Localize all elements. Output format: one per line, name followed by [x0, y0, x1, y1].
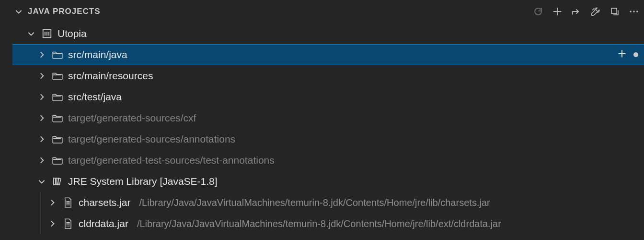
- jar-path: /Library/Java/JavaVirtualMachines/temuri…: [137, 218, 501, 229]
- folder-label: target/generated-sources/annotations: [68, 133, 235, 145]
- chevron-down-icon: [26, 29, 36, 38]
- svg-rect-5: [54, 178, 56, 185]
- folder-label: target/generated-sources/cxf: [68, 112, 196, 124]
- tools-icon[interactable]: [590, 6, 601, 17]
- folder-icon: [52, 133, 63, 145]
- svg-point-1: [630, 11, 632, 12]
- jar-name: cldrdata.jar: [79, 218, 128, 229]
- chevron-right-icon: [47, 198, 58, 207]
- source-folder[interactable]: target/generated-test-sources/test-annot…: [12, 150, 644, 171]
- jar-icon: [62, 197, 74, 208]
- jar-name: charsets.jar: [79, 197, 131, 208]
- folder-icon: [52, 70, 63, 82]
- source-folder[interactable]: src/test/java: [12, 86, 644, 108]
- project-icon: [41, 28, 53, 39]
- collapse-all-icon[interactable]: [610, 6, 620, 17]
- folder-icon: [52, 155, 63, 166]
- row-actions: [617, 49, 638, 61]
- chevron-right-icon: [36, 135, 47, 144]
- source-folder[interactable]: target/generated-sources/annotations: [12, 129, 644, 150]
- svg-rect-0: [611, 8, 617, 13]
- panel-title: JAVA PROJECTS: [28, 7, 101, 16]
- folder-icon: [52, 112, 63, 124]
- panel-header[interactable]: JAVA PROJECTS: [12, 0, 644, 23]
- project-name: Utopia: [58, 28, 87, 39]
- folder-label: src/test/java: [68, 91, 122, 103]
- project-tree: Utopia src/main/java src/main/resources: [12, 23, 644, 240]
- jar-path: /Library/Java/JavaVirtualMachines/temuri…: [139, 197, 490, 208]
- svg-point-2: [633, 11, 635, 12]
- modified-dot-icon: [633, 52, 638, 57]
- library-node[interactable]: JRE System Library [JavaSE-1.8]: [12, 171, 644, 192]
- panel-main: JAVA PROJECTS Utopia: [12, 0, 644, 240]
- folder-icon: [52, 91, 63, 103]
- add-icon[interactable]: [617, 49, 627, 61]
- activity-bar-gutter: [0, 0, 12, 240]
- jar-node[interactable]: charsets.jar /Library/Java/JavaVirtualMa…: [12, 192, 644, 213]
- folder-icon: [52, 49, 63, 60]
- export-icon[interactable]: [571, 6, 582, 17]
- jar-node[interactable]: cldrdata.jar /Library/Java/JavaVirtualMa…: [12, 213, 644, 234]
- chevron-right-icon: [36, 72, 47, 80]
- chevron-down-icon: [36, 177, 47, 186]
- chevron-right-icon: [36, 156, 47, 165]
- refresh-icon[interactable]: [533, 6, 543, 17]
- chevron-right-icon: [36, 114, 47, 122]
- chevron-right-icon: [47, 219, 58, 228]
- library-label: JRE System Library [JavaSE-1.8]: [68, 176, 218, 187]
- source-folder[interactable]: src/main/java: [12, 44, 644, 65]
- tree-guide-line: [40, 192, 41, 234]
- java-projects-panel: JAVA PROJECTS Utopia: [0, 0, 644, 240]
- panel-toolbar: [533, 6, 639, 17]
- jar-icon: [62, 218, 74, 229]
- plus-icon[interactable]: [552, 6, 563, 17]
- folder-label: src/main/resources: [68, 70, 153, 82]
- svg-point-3: [636, 11, 638, 12]
- folder-label: target/generated-test-sources/test-annot…: [68, 155, 275, 166]
- source-folder[interactable]: src/main/resources: [12, 65, 644, 86]
- chevron-right-icon: [36, 50, 47, 59]
- folder-label: src/main/java: [68, 49, 127, 60]
- library-icon: [52, 176, 63, 187]
- project-root[interactable]: Utopia: [12, 23, 644, 44]
- source-folder[interactable]: target/generated-sources/cxf: [12, 108, 644, 129]
- more-icon[interactable]: [629, 6, 639, 17]
- chevron-down-icon: [14, 7, 23, 16]
- chevron-right-icon: [36, 93, 47, 101]
